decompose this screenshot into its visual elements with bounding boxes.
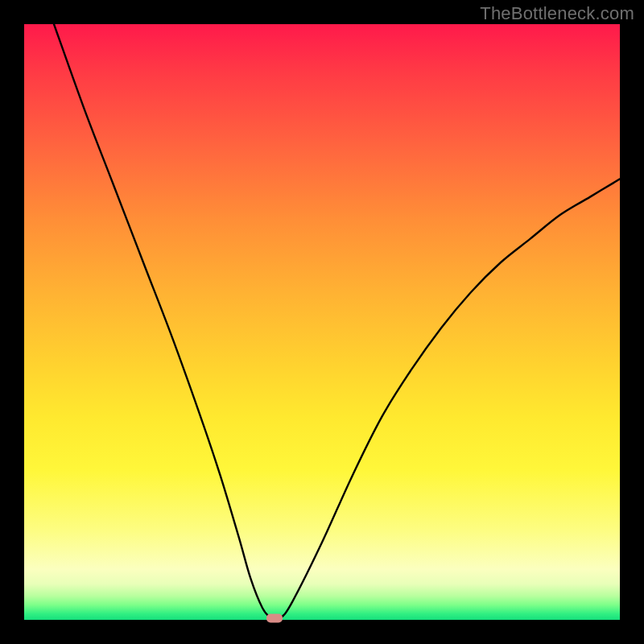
- min-marker: [266, 613, 283, 622]
- chart-frame: TheBottleneck.com: [0, 0, 644, 644]
- curve-svg: [24, 24, 620, 620]
- curve-path: [54, 24, 620, 620]
- plot-area: [24, 24, 620, 620]
- watermark-text: TheBottleneck.com: [480, 3, 634, 24]
